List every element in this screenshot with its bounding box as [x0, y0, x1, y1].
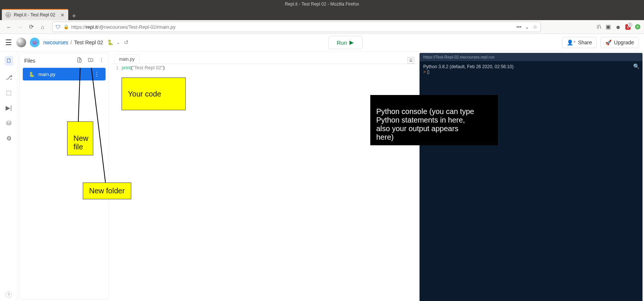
- pocket-icon[interactable]: ⌄: [525, 24, 529, 30]
- account-icon[interactable]: ☻: [615, 24, 621, 30]
- home-button[interactable]: ⌂: [37, 22, 48, 32]
- bookmark-icon[interactable]: ☆: [533, 24, 537, 30]
- python-icon: 🐍: [107, 39, 113, 45]
- rocket-icon: 🚀: [605, 39, 612, 45]
- search-icon[interactable]: 🔍: [633, 63, 640, 69]
- python-file-icon: 🐍: [29, 72, 35, 77]
- annotation-console-note: Python console (you can type Python stat…: [370, 95, 498, 145]
- avatar[interactable]: 👾: [30, 38, 40, 47]
- console-output: Python 3.8.2 (default, Feb 26 2020, 02:5…: [420, 61, 643, 77]
- reload-button[interactable]: ⟳: [26, 22, 37, 32]
- run-label: Run: [337, 39, 347, 46]
- annotation-your-code: Your code: [122, 77, 186, 110]
- help-icon[interactable]: ?: [5, 291, 12, 298]
- left-gutter: 🗋 ⎇ ⬚ ▶| ⛁ ⚙ ?: [0, 51, 18, 301]
- files-title: Files: [24, 58, 35, 64]
- packages-icon[interactable]: ⬚: [6, 89, 12, 96]
- upgrade-label: Upgrade: [614, 39, 634, 45]
- forward-button[interactable]: →: [15, 22, 25, 32]
- version-control-icon[interactable]: ⎇: [6, 74, 12, 81]
- toolbar-right: ⫴\ ▣ ☻ u B: [597, 23, 640, 30]
- menu-icon[interactable]: ☰: [5, 38, 12, 47]
- new-file-icon[interactable]: [76, 57, 82, 64]
- more-icon[interactable]: ⋮: [99, 57, 104, 64]
- run-button[interactable]: Run ▶: [328, 36, 362, 49]
- file-more-icon[interactable]: ⋮: [94, 71, 100, 77]
- editor-layout-icon[interactable]: ☰: [408, 57, 414, 64]
- annotation-new-folder: New folder: [83, 183, 131, 199]
- console-prompt: >: [423, 69, 426, 75]
- breadcrumb-repl: Test Repl 02: [74, 39, 103, 45]
- page-actions-icon[interactable]: •••: [516, 24, 522, 30]
- annotation-new-file: New file: [67, 121, 93, 155]
- console-url-bar: https://Test-Repl-02.nwcourses.repl.run: [420, 53, 643, 61]
- upgrade-button[interactable]: 🚀 Upgrade: [600, 37, 639, 48]
- extension-icon[interactable]: B: [635, 24, 640, 29]
- file-item[interactable]: 🐍 main.py ⋮: [23, 68, 106, 80]
- files-icon[interactable]: 🗋: [4, 56, 13, 66]
- file-name: main.py: [38, 72, 56, 77]
- favicon: ◎: [6, 12, 11, 18]
- editor-tabs: main.py ☰: [110, 53, 418, 64]
- share-icon: 👤⁺: [567, 39, 576, 45]
- editor-tab-label: main.py: [119, 57, 135, 62]
- console-url: https://Test-Repl-02.nwcourses.repl.run: [423, 55, 494, 59]
- history-icon[interactable]: ↺: [124, 39, 129, 46]
- breadcrumb-sep: /: [70, 39, 72, 45]
- ublock-icon[interactable]: u: [625, 24, 631, 30]
- browser-toolbar: ← → ⟳ ⌂ 🛡 🔒 https://repl.it/@nwcourses/T…: [0, 20, 644, 34]
- url-host: repl.it: [86, 24, 98, 30]
- play-icon: ▶: [349, 39, 354, 46]
- editor-tab[interactable]: main.py: [114, 54, 139, 64]
- share-button[interactable]: 👤⁺ Share: [562, 37, 597, 48]
- chevron-down-icon[interactable]: ⌄: [116, 40, 120, 45]
- debugger-icon[interactable]: ▶|: [6, 104, 12, 111]
- browser-tab[interactable]: ◎ Repl.it - Test Repl 02 ✕: [2, 9, 68, 20]
- files-panel: Files ⋮ 🐍 main.py ⋮: [19, 53, 109, 300]
- breadcrumb-user[interactable]: nwcourses: [43, 39, 68, 45]
- window-title: Repl.it - Test Repl 02 - Mozilla Firefox: [285, 1, 359, 7]
- library-icon[interactable]: ⫴\: [597, 23, 601, 30]
- new-folder-icon[interactable]: [88, 57, 94, 64]
- new-tab-button[interactable]: +: [68, 12, 80, 20]
- sidebar-icon[interactable]: ▣: [606, 23, 611, 30]
- console-cursor: ▯: [427, 69, 430, 75]
- console[interactable]: https://Test-Repl-02.nwcourses.repl.run …: [420, 53, 643, 301]
- url-bar[interactable]: 🛡 🔒 https://repl.it/@nwcourses/Test-Repl…: [52, 22, 541, 32]
- lock-icon: 🔒: [63, 24, 69, 29]
- app: ☰ 👾 nwcourses / Test Repl 02 🐍 ⌄ ↺ Run ▶…: [0, 34, 644, 301]
- line-number: 1: [110, 65, 122, 300]
- database-icon[interactable]: ⛁: [6, 120, 11, 127]
- share-label: Share: [578, 39, 592, 45]
- settings-icon[interactable]: ⚙: [6, 135, 12, 142]
- shield-icon[interactable]: 🛡: [56, 24, 60, 30]
- tab-title: Repl.it - Test Repl 02: [14, 12, 55, 18]
- url-path: /@nwcourses/Test-Repl-02#main.py: [98, 24, 176, 30]
- replit-logo-icon[interactable]: [16, 38, 26, 47]
- url-protocol: https://: [71, 24, 86, 30]
- workspace: 🗋 ⎇ ⬚ ▶| ⛁ ⚙ ? Files ⋮ 🐍 main.py ⋮: [0, 51, 644, 301]
- browser-tabstrip: ◎ Repl.it - Test Repl 02 ✕ +: [0, 8, 644, 20]
- back-button[interactable]: ←: [4, 22, 14, 32]
- files-header: Files ⋮: [20, 53, 109, 68]
- app-header: ☰ 👾 nwcourses / Test Repl 02 🐍 ⌄ ↺ Run ▶…: [0, 34, 644, 51]
- window-titlebar: Repl.it - Test Repl 02 - Mozilla Firefox: [0, 0, 644, 8]
- close-icon[interactable]: ✕: [60, 12, 65, 18]
- console-line: Python 3.8.2 (default, Feb 26 2020, 02:5…: [423, 64, 639, 69]
